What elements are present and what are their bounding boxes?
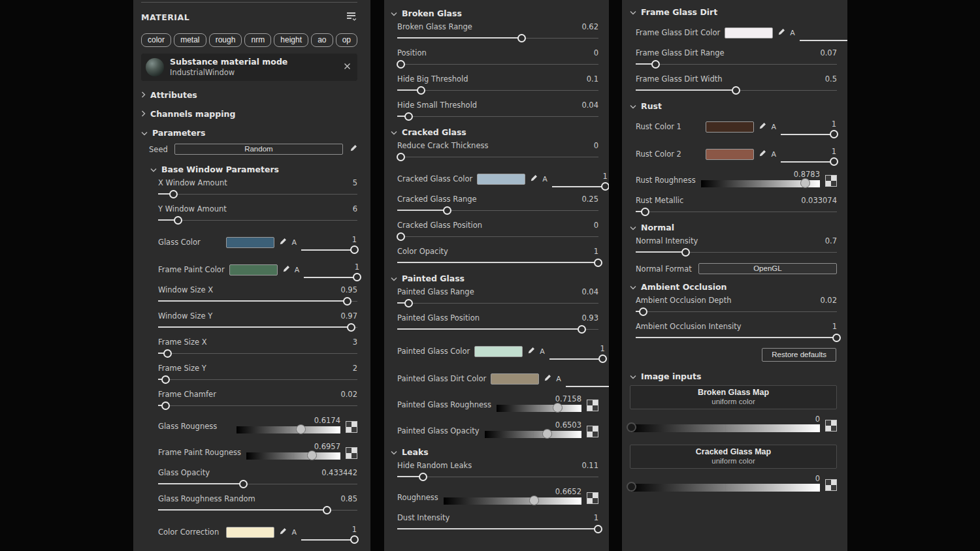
color-swatch[interactable] — [491, 373, 539, 385]
slider-track[interactable] — [397, 153, 598, 161]
slider-handle[interactable] — [681, 248, 690, 257]
alpha-slider[interactable]: 1 — [781, 147, 837, 168]
section-broken-glass[interactable]: Broken Glass — [391, 8, 598, 18]
color-swatch[interactable] — [226, 527, 274, 538]
eyedropper-icon[interactable] — [777, 28, 785, 38]
gradient-track[interactable] — [485, 431, 581, 438]
slider-track[interactable] — [636, 60, 837, 69]
alpha-handle[interactable] — [601, 182, 609, 191]
gradient-track[interactable] — [497, 405, 581, 412]
substance-material-mode-card[interactable]: Substance material mode IndustrialWindow — [141, 54, 357, 81]
gradient-track[interactable] — [246, 452, 340, 460]
slider-handle[interactable] — [404, 299, 413, 307]
alpha-handle[interactable] — [350, 535, 359, 544]
slider-track[interactable] — [636, 208, 837, 216]
gradient-handle[interactable] — [627, 422, 636, 432]
gradient-handle[interactable] — [800, 178, 810, 188]
slider-handle[interactable] — [639, 307, 647, 316]
image-input-icon[interactable] — [825, 175, 837, 187]
eyedropper-icon[interactable] — [282, 265, 290, 275]
eyedropper-icon[interactable] — [527, 347, 535, 356]
slider-handle[interactable] — [397, 153, 405, 161]
broken-glass-map-button[interactable]: Broken Glass Map uniform color — [630, 385, 837, 409]
color-swatch[interactable] — [229, 264, 278, 276]
channel-button-height[interactable]: height — [274, 33, 308, 47]
eyedropper-icon[interactable] — [759, 150, 766, 159]
slider-track[interactable] — [158, 190, 357, 198]
alpha-handle[interactable] — [830, 157, 838, 166]
alpha-slider[interactable]: 1 — [549, 344, 606, 365]
slider-track[interactable] — [158, 375, 357, 384]
image-input-icon[interactable] — [346, 421, 357, 433]
eyedropper-icon[interactable] — [279, 527, 287, 537]
list-menu-icon[interactable] — [346, 12, 357, 23]
slider-track[interactable] — [397, 525, 598, 533]
eyedropper-icon[interactable] — [530, 174, 538, 184]
image-input-icon[interactable] — [825, 479, 837, 491]
slider-handle[interactable] — [732, 86, 740, 95]
alpha-slider[interactable]: 1 — [301, 235, 357, 256]
slider-track[interactable] — [636, 334, 837, 342]
section-attributes[interactable]: Attributes — [141, 89, 357, 100]
slider-handle[interactable] — [594, 259, 602, 267]
image-input-icon[interactable] — [346, 447, 357, 459]
color-swatch[interactable] — [725, 27, 773, 39]
gradient-handle[interactable] — [307, 450, 317, 460]
slider-track[interactable] — [158, 480, 357, 488]
slider-handle[interactable] — [397, 60, 405, 69]
eyedropper-icon[interactable] — [279, 238, 287, 247]
slider-track[interactable] — [397, 259, 598, 267]
slider-handle[interactable] — [239, 480, 248, 488]
color-swatch[interactable] — [706, 149, 754, 160]
slider-handle[interactable] — [404, 112, 413, 121]
slider-track[interactable] — [397, 299, 598, 307]
slider-track[interactable] — [397, 232, 598, 241]
color-swatch[interactable] — [226, 237, 274, 248]
slider-track[interactable] — [397, 473, 598, 481]
image-input-icon[interactable] — [587, 400, 598, 411]
slider-track[interactable] — [397, 86, 598, 95]
slider-handle[interactable] — [578, 325, 586, 334]
restore-defaults-button[interactable]: Restore defaults — [762, 348, 836, 362]
slider-track[interactable] — [397, 325, 598, 334]
gradient-track[interactable] — [237, 426, 340, 433]
alpha-slider[interactable]: 1 — [304, 262, 360, 283]
image-input-icon[interactable] — [825, 420, 837, 432]
section-image-inputs[interactable]: Image inputs — [630, 371, 837, 381]
section-parameters[interactable]: Parameters — [141, 127, 357, 138]
channel-button-metal[interactable]: metal — [174, 33, 206, 47]
gradient-track[interactable] — [630, 484, 820, 492]
slider-handle[interactable] — [161, 375, 170, 384]
alpha-handle[interactable] — [830, 130, 838, 138]
section-rust[interactable]: Rust — [630, 101, 837, 111]
slider-track[interactable] — [397, 34, 598, 42]
channel-button-color[interactable]: color — [141, 33, 171, 47]
slider-handle[interactable] — [419, 473, 427, 481]
slider-track[interactable] — [397, 60, 598, 69]
alpha-slider[interactable]: 1 — [301, 525, 357, 546]
slider-track[interactable] — [158, 401, 357, 410]
slider-handle[interactable] — [443, 206, 451, 215]
alpha-slider[interactable]: 1 — [800, 25, 847, 46]
section-painted-glass[interactable]: Painted Glass — [391, 273, 598, 283]
slider-track[interactable] — [397, 112, 598, 121]
gradient-track[interactable] — [444, 497, 581, 505]
slider-handle[interactable] — [641, 208, 649, 216]
slider-handle[interactable] — [417, 86, 425, 95]
alpha-slider[interactable]: 1 — [566, 371, 609, 392]
alpha-handle[interactable] — [598, 354, 607, 363]
alpha-slider[interactable]: 1 — [781, 119, 837, 140]
gradient-track[interactable] — [701, 180, 820, 187]
seed-random-button[interactable]: Random — [174, 144, 343, 155]
color-swatch[interactable] — [706, 121, 754, 133]
channel-button-rough[interactable]: rough — [209, 33, 242, 47]
slider-track[interactable] — [158, 506, 357, 514]
slider-track[interactable] — [158, 323, 357, 332]
section-leaks[interactable]: Leaks — [391, 447, 598, 457]
slider-track[interactable] — [158, 297, 357, 306]
normal-format-button[interactable]: OpenGL — [698, 263, 837, 274]
channel-button-ao[interactable]: ao — [311, 33, 333, 47]
slider-handle[interactable] — [343, 297, 351, 306]
gradient-handle[interactable] — [296, 424, 306, 434]
slider-handle[interactable] — [832, 334, 841, 342]
